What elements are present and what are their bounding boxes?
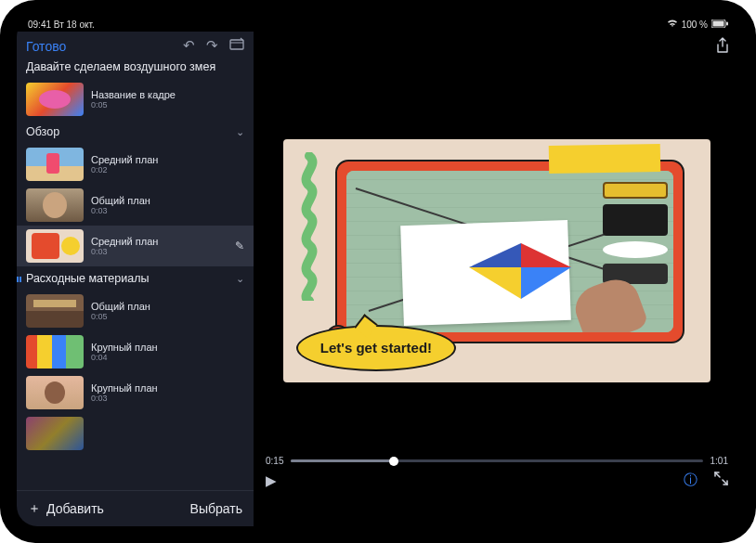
clip-duration: 0:02 — [91, 165, 158, 175]
tape-decoration — [549, 143, 661, 173]
svg-marker-7 — [469, 267, 521, 299]
clip-row[interactable]: Общий план 0:03 — [17, 185, 254, 226]
clip-label: Название в кадре — [91, 89, 176, 100]
fullscreen-icon[interactable] — [714, 472, 728, 489]
clip-duration: 0:03 — [91, 394, 158, 403]
preview-pane: Let's get started! 0:15 1:01 ▶ — [254, 32, 739, 526]
clip-duration: 0:05 — [91, 312, 150, 321]
battery-icon — [711, 19, 728, 30]
clip-row[interactable] — [17, 413, 254, 454]
clip-label: Средний план — [91, 236, 158, 247]
chevron-down-icon: ⌄ — [236, 273, 244, 285]
svg-rect-2 — [726, 21, 728, 25]
redo-icon[interactable]: ↷ — [206, 37, 218, 55]
clip-label: Общий план — [91, 301, 150, 312]
selection-marker — [17, 277, 24, 282]
clip-row[interactable]: Название в кадре 0:05 — [17, 79, 254, 120]
clip-duration: 0:03 — [91, 247, 158, 256]
play-icon[interactable]: ▶ — [266, 472, 277, 489]
status-bar: 09:41 Вт 18 окт. 100 % — [17, 17, 739, 32]
svg-marker-5 — [469, 243, 521, 267]
kite-graphic — [469, 243, 571, 317]
svg-rect-1 — [713, 20, 724, 26]
sidebar: Готово ↶ ↷ Давайте сделаем воздушного зм… — [17, 32, 254, 526]
add-button[interactable]: ＋ Добавить — [28, 500, 104, 517]
clip-duration: 0:03 — [91, 206, 150, 215]
undo-icon[interactable]: ↶ — [183, 37, 195, 55]
info-icon[interactable]: ⓘ — [684, 472, 697, 489]
playhead[interactable] — [389, 457, 398, 466]
time-total: 1:01 — [710, 456, 728, 466]
select-button[interactable]: Выбрать — [190, 501, 242, 516]
share-icon[interactable] — [715, 37, 730, 58]
clip-thumbnail — [26, 417, 84, 450]
status-time: 09:41 Вт 18 окт. — [28, 19, 95, 30]
section-title: Расходные материалы — [26, 272, 150, 285]
chevron-down-icon: ⌄ — [236, 126, 244, 138]
section-title: Обзор — [26, 125, 59, 138]
clip-row[interactable]: Средний план 0:02 — [17, 144, 254, 185]
clip-thumbnail — [26, 188, 84, 222]
clip-label: Средний план — [91, 154, 158, 165]
clip-duration: 0:04 — [91, 353, 158, 362]
clip-thumbnail — [26, 83, 84, 116]
squiggle-decoration — [289, 152, 330, 301]
clip-label: Общий план — [91, 195, 150, 206]
done-button[interactable]: Готово — [26, 39, 66, 54]
svg-marker-6 — [521, 243, 571, 267]
clip-thumbnail — [26, 376, 84, 409]
storyboard-icon[interactable] — [229, 37, 244, 55]
svg-marker-8 — [521, 267, 571, 299]
project-title: Давайте сделаем воздушного змея — [17, 57, 254, 79]
clip-thumbnail — [26, 294, 84, 328]
clip-thumbnail — [26, 335, 84, 368]
clip-row[interactable]: Средний план 0:03 ✎ — [17, 226, 254, 266]
section-header-supplies[interactable]: Расходные материалы ⌄ — [17, 266, 254, 291]
battery-percent: 100 % — [682, 19, 708, 30]
clip-row[interactable]: Крупный план 0:04 — [17, 331, 254, 372]
time-current: 0:15 — [266, 456, 283, 466]
section-header-overview[interactable]: Обзор ⌄ — [17, 120, 254, 144]
bubble-text: Let's get started! — [320, 340, 432, 356]
timeline-track[interactable] — [291, 459, 702, 462]
clip-label: Крупный план — [91, 342, 158, 353]
clip-thumbnail — [26, 148, 84, 181]
plus-icon: ＋ — [28, 500, 41, 517]
wifi-icon — [667, 19, 678, 30]
edit-icon[interactable]: ✎ — [235, 239, 244, 252]
clip-row[interactable]: Крупный план 0:03 — [17, 372, 254, 413]
clip-duration: 0:05 — [91, 100, 176, 110]
clip-row[interactable]: Общий план 0:05 — [17, 291, 254, 331]
photo-frame — [335, 160, 684, 343]
clip-label: Крупный план — [91, 382, 158, 394]
clip-thumbnail — [26, 229, 84, 263]
preview-canvas: Let's get started! — [283, 139, 710, 382]
svg-rect-3 — [230, 40, 243, 49]
speech-bubble: Let's get started! — [296, 325, 456, 371]
add-label: Добавить — [46, 501, 104, 516]
